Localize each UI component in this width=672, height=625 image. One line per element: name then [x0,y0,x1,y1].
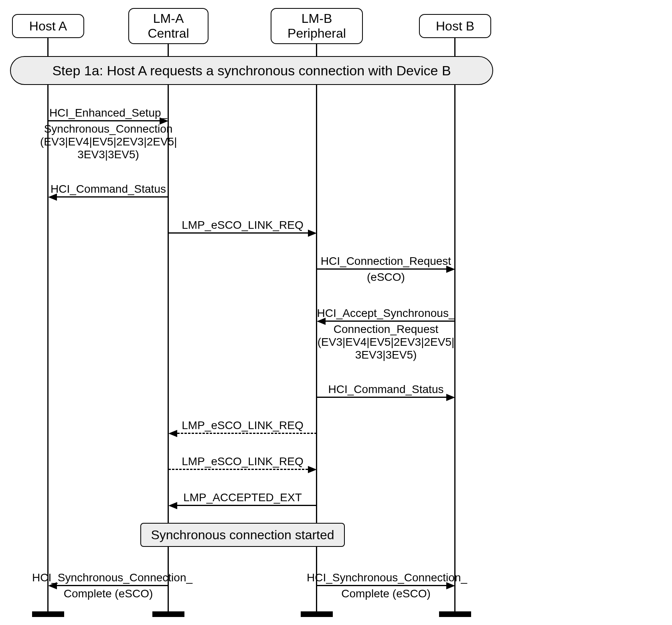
msg-label: Connection_Request (EV3|EV4|EV5|2EV3|2EV… [313,323,459,362]
lifeline-foot [32,611,64,617]
lifeline-foot [439,611,471,617]
sequence-diagram: Host A LM-A Central LM-B Peripheral Host… [8,8,664,617]
msg-label: (eSCO) [317,271,455,284]
msg-label: LMP_ACCEPTED_EXT [168,491,317,504]
lifeline-foot [152,611,184,617]
lifeline-head-lm-b: LM-B Peripheral [271,8,363,44]
msg-label: HCI_Synchronous_Connection_ [32,571,192,584]
msg-label: HCI_Connection_Request [317,255,455,268]
note-sync-started: Synchronous connection started [140,523,345,547]
msg-label: LMP_eSCO_LINK_REQ [168,419,317,432]
msg-label: HCI_Synchronous_Connection_ [307,571,467,584]
note-text: Synchronous connection started [151,528,334,542]
msg-label: HCI_Command_Status [317,383,455,396]
lifeline-label-line2: Peripheral [287,26,346,41]
lifeline-label: Host B [436,19,474,34]
lifeline-head-lm-a: LM-A Central [128,8,208,44]
msg-label: LMP_eSCO_LINK_REQ [168,219,317,232]
lifeline-label-line2: Central [148,26,189,41]
msg-label: Complete (eSCO) [317,587,455,600]
lifeline-label: Host A [29,19,67,34]
msg-label: HCI_Accept_Synchronous_ [317,307,455,320]
msg-label: Synchronous_Connection (EV3|EV4|EV5|2EV3… [40,123,176,161]
msg-label: Complete (eSCO) [48,587,168,600]
msg-label: HCI_Command_Status [48,183,168,196]
step-text: Step 1a: Host A requests a synchronous c… [52,63,451,79]
step-band: Step 1a: Host A requests a synchronous c… [10,56,493,85]
lifeline-label-line1: LM-A [153,11,184,26]
lifeline-head-host-a: Host A [12,14,84,38]
lifeline-label-line1: LM-B [302,11,332,26]
lifeline-head-host-b: Host B [419,14,491,38]
msg-label: LMP_eSCO_LINK_REQ [168,455,317,468]
msg-label: HCI_Enhanced_Setup_ [48,107,168,119]
lifeline-foot [301,611,333,617]
